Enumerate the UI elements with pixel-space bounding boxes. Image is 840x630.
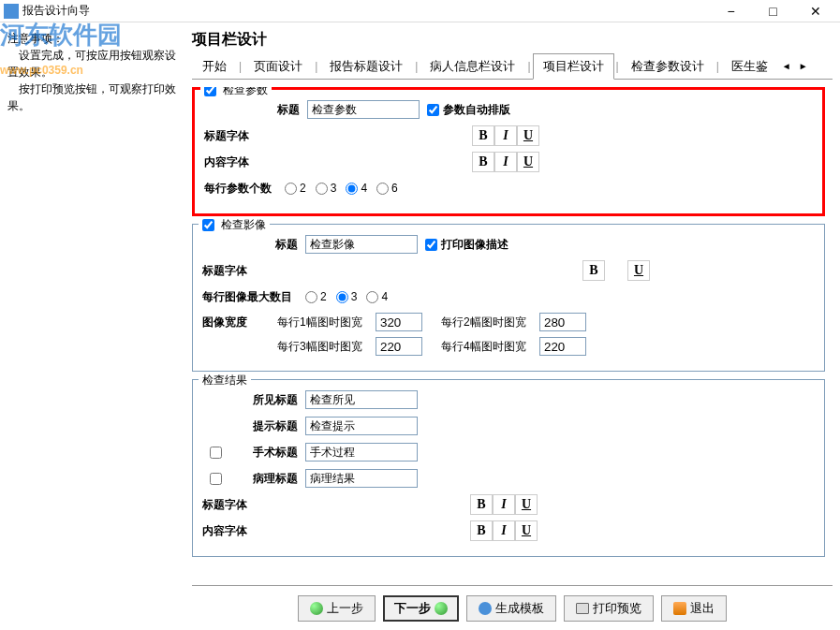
- input-w2[interactable]: [539, 313, 586, 331]
- label-res-title-font: 标题字体: [202, 497, 255, 513]
- label-hint: 提示标题: [202, 418, 305, 434]
- bold-button-2[interactable]: B: [472, 152, 494, 172]
- label-img-title-font: 标题字体: [202, 263, 255, 279]
- radio-max-2[interactable]: [305, 291, 317, 303]
- arrow-left-icon: [310, 602, 323, 615]
- label-title-font: 标题字体: [204, 128, 257, 144]
- bottom-bar: 上一步 下一步 生成模板 打印预览 退出: [192, 585, 833, 630]
- label-content-font: 内容字体: [204, 154, 257, 170]
- underline-button-2[interactable]: U: [517, 152, 539, 172]
- template-icon: [479, 602, 492, 615]
- maximize-button[interactable]: □: [752, 1, 794, 22]
- generate-button[interactable]: 生成模板: [466, 595, 556, 622]
- input-img-title[interactable]: [305, 235, 418, 254]
- printer-icon: [576, 603, 589, 614]
- group-title-check-params: 检查参数: [200, 87, 272, 98]
- tab-bar: 开始| 页面设计| 报告标题设计| 病人信息栏设计| 项目栏设计| 检查参数设计…: [192, 53, 833, 80]
- prev-button[interactable]: 上一步: [298, 595, 376, 622]
- input-w3[interactable]: [376, 337, 422, 356]
- group-check-params: 检查参数 标题 参数自动排版 标题字体 B I U: [192, 87, 825, 216]
- input-seen[interactable]: [305, 390, 418, 409]
- italic-button[interactable]: I: [494, 125, 517, 146]
- input-hint[interactable]: [305, 417, 418, 435]
- print-preview-button[interactable]: 打印预览: [564, 595, 654, 622]
- label-print-desc: 打印图像描述: [441, 237, 508, 253]
- tab-page-design[interactable]: 页面设计: [243, 53, 313, 80]
- minimize-button[interactable]: −: [710, 1, 752, 22]
- tab-start[interactable]: 开始: [192, 53, 237, 80]
- label-seen: 所见标题: [202, 392, 305, 408]
- checkbox-check-params[interactable]: [204, 87, 216, 96]
- checkbox-auto-layout[interactable]: [427, 104, 439, 116]
- radio-max-4[interactable]: [366, 291, 378, 303]
- label-res-content-font: 内容字体: [202, 523, 255, 539]
- group-title-check-image: 检查影像: [199, 217, 270, 233]
- bold-button-3[interactable]: B: [582, 260, 605, 281]
- underline-button-5[interactable]: U: [515, 520, 538, 541]
- label-per-row: 每行参数个数: [204, 181, 275, 197]
- input-params-title[interactable]: [307, 100, 420, 119]
- bold-button-4[interactable]: B: [470, 494, 493, 515]
- bold-button[interactable]: B: [472, 125, 494, 146]
- underline-button[interactable]: U: [517, 125, 539, 146]
- bold-button-5[interactable]: B: [470, 520, 493, 541]
- label-max-per-row: 每行图像最大数目: [202, 289, 296, 305]
- radio-max-3[interactable]: [336, 291, 348, 303]
- label-title: 标题: [204, 102, 307, 118]
- label-img-title: 标题: [202, 237, 305, 253]
- radio-per-row-3[interactable]: [316, 183, 328, 195]
- tab-arrow-right[interactable]: ►: [795, 59, 812, 73]
- group-check-result: 检查结果 所见标题 提示标题 手术标题 病理标题: [192, 379, 825, 557]
- radio-per-row-4[interactable]: [346, 183, 358, 195]
- tab-check-params[interactable]: 检查参数设计: [621, 53, 715, 80]
- hint-text-1: 注意事项：: [7, 30, 177, 47]
- input-w4[interactable]: [539, 337, 586, 356]
- checkbox-print-desc[interactable]: [425, 239, 437, 251]
- checkbox-check-image[interactable]: [202, 219, 214, 231]
- label-w2: 每行2幅图时图宽: [441, 315, 539, 330]
- window-title: 报告设计向导: [22, 3, 710, 19]
- exit-button[interactable]: 退出: [661, 595, 727, 622]
- italic-button-5[interactable]: I: [493, 520, 515, 541]
- input-op[interactable]: [305, 443, 418, 462]
- close-button[interactable]: ✕: [794, 1, 836, 22]
- section-title: 项目栏设计: [192, 30, 833, 50]
- hint-text-2: 设置完成，可按应用按钮观察设置效果。: [7, 47, 177, 81]
- left-panel: 注意事项： 设置完成，可按应用按钮观察设置效果。 按打印预览按钮，可观察打印效果…: [0, 22, 184, 630]
- hint-text-3: 按打印预览按钮，可观察打印效果。: [7, 81, 177, 114]
- input-w1[interactable]: [376, 313, 422, 331]
- app-icon: [4, 4, 19, 19]
- tab-item-bar[interactable]: 项目栏设计: [533, 53, 614, 80]
- underline-button-3[interactable]: U: [627, 260, 650, 281]
- italic-button-4[interactable]: I: [493, 494, 515, 515]
- exit-icon: [673, 602, 686, 615]
- tab-report-title[interactable]: 报告标题设计: [319, 53, 413, 80]
- radio-per-row-2[interactable]: [285, 183, 297, 195]
- label-w3: 每行3幅图时图宽: [277, 339, 376, 355]
- content-area: 检查参数 标题 参数自动排版 标题字体 B I U: [192, 87, 833, 585]
- group-title-check-result: 检查结果: [199, 373, 251, 388]
- label-w4: 每行4幅图时图宽: [441, 339, 539, 355]
- tab-patient-info[interactable]: 病人信息栏设计: [420, 53, 525, 80]
- tab-arrow-left[interactable]: ◄: [778, 59, 795, 73]
- titlebar: 报告设计向导 − □ ✕: [0, 0, 840, 22]
- label-w1: 每行1幅图时图宽: [277, 315, 376, 330]
- label-op: 手术标题: [221, 445, 305, 461]
- italic-button-2[interactable]: I: [494, 152, 517, 172]
- next-button[interactable]: 下一步: [383, 595, 459, 622]
- radio-per-row-6[interactable]: [376, 183, 389, 195]
- input-path[interactable]: [305, 469, 418, 488]
- label-path: 病理标题: [221, 471, 305, 487]
- label-auto-layout: 参数自动排版: [443, 102, 510, 118]
- underline-button-4[interactable]: U: [515, 494, 538, 515]
- group-check-image: 检查影像 标题 打印图像描述 标题字体 B U 每: [192, 224, 825, 372]
- arrow-right-icon: [435, 602, 448, 615]
- tab-doctor[interactable]: 医生鉴: [721, 53, 778, 80]
- label-img-width: 图像宽度: [202, 315, 277, 330]
